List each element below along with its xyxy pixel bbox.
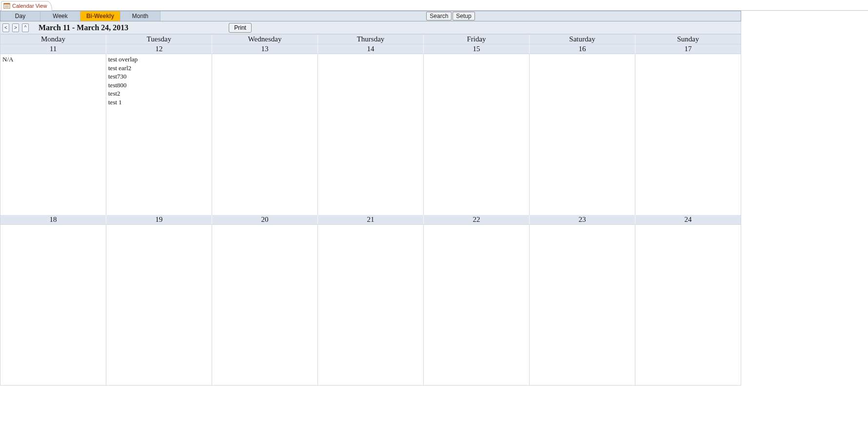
document-tab-label: Calendar View bbox=[12, 3, 47, 9]
date-range-title: March 11 - March 24, 2013 bbox=[39, 23, 128, 32]
day-cell[interactable]: test overlaptest earl2test730test800test… bbox=[106, 54, 212, 215]
calendar-event[interactable]: N/A bbox=[2, 55, 104, 64]
day-cell[interactable] bbox=[212, 225, 318, 385]
document-tab-calendar-view[interactable]: Calendar View bbox=[1, 1, 52, 11]
date-cell: 15 bbox=[424, 44, 530, 54]
print-button[interactable]: Print bbox=[229, 23, 252, 33]
title-row: < > ^ March 11 - March 24, 2013 Print bbox=[0, 21, 741, 34]
day-header-thursday: Thursday bbox=[318, 35, 424, 44]
date-cell: 22 bbox=[424, 215, 530, 225]
date-cell: 17 bbox=[635, 44, 741, 54]
date-cell: 20 bbox=[212, 215, 318, 225]
day-cell[interactable] bbox=[106, 225, 212, 385]
date-cell: 19 bbox=[106, 215, 212, 225]
day-cell[interactable] bbox=[318, 225, 424, 385]
view-tabs: DayWeekBi-WeeklyMonth Search Setup bbox=[0, 11, 741, 21]
day-cell[interactable] bbox=[530, 225, 635, 385]
date-cell: 18 bbox=[0, 215, 106, 225]
day-cell[interactable] bbox=[530, 54, 635, 215]
day-header-friday: Friday bbox=[424, 35, 530, 44]
setup-button[interactable]: Setup bbox=[453, 12, 474, 20]
calendar-event[interactable]: test earl2 bbox=[108, 64, 210, 73]
calendar-main: DayWeekBi-WeeklyMonth Search Setup < > ^… bbox=[0, 11, 741, 386]
day-cell[interactable]: N/A bbox=[0, 54, 106, 215]
day-cell[interactable] bbox=[424, 54, 530, 215]
up-button[interactable]: ^ bbox=[22, 23, 29, 32]
week-body: N/Atest overlaptest earl2test730test800t… bbox=[0, 54, 741, 215]
date-cell: 21 bbox=[318, 215, 424, 225]
view-tab-month[interactable]: Month bbox=[120, 11, 160, 21]
view-tab-bi-weekly[interactable]: Bi-Weekly bbox=[80, 11, 120, 21]
prev-button[interactable]: < bbox=[2, 23, 9, 32]
date-cell: 24 bbox=[635, 215, 741, 225]
search-button[interactable]: Search bbox=[426, 12, 452, 20]
date-cell: 11 bbox=[0, 44, 106, 54]
calendar-event[interactable]: test730 bbox=[108, 72, 210, 81]
day-header-row: MondayTuesdayWednesdayThursdayFridaySatu… bbox=[0, 34, 741, 44]
view-tab-day[interactable]: Day bbox=[0, 11, 40, 21]
day-cell[interactable] bbox=[318, 54, 424, 215]
calendar-event[interactable]: test800 bbox=[108, 81, 210, 90]
day-cell[interactable] bbox=[424, 225, 530, 385]
calendar-event[interactable]: test 1 bbox=[108, 98, 210, 107]
date-row: 11121314151617 bbox=[0, 44, 741, 54]
day-cell[interactable] bbox=[635, 54, 741, 215]
date-row: 18192021222324 bbox=[0, 215, 741, 225]
toolbar-area: Search Setup bbox=[160, 11, 741, 21]
date-cell: 14 bbox=[318, 44, 424, 54]
day-header-tuesday: Tuesday bbox=[106, 35, 212, 44]
view-tab-week[interactable]: Week bbox=[40, 11, 80, 21]
date-cell: 23 bbox=[530, 215, 635, 225]
next-button[interactable]: > bbox=[12, 23, 19, 32]
day-cell[interactable] bbox=[212, 54, 318, 215]
calendar-event[interactable]: test2 bbox=[108, 89, 210, 98]
weeks-container: 11121314151617N/Atest overlaptest earl2t… bbox=[0, 44, 741, 386]
document-tab-strip: Calendar View bbox=[0, 0, 868, 11]
svg-rect-1 bbox=[4, 3, 10, 5]
date-cell: 13 bbox=[212, 44, 318, 54]
form-icon bbox=[3, 2, 10, 9]
calendar-event[interactable]: test overlap bbox=[108, 55, 210, 64]
day-cell[interactable] bbox=[0, 225, 106, 385]
date-cell: 16 bbox=[530, 44, 635, 54]
day-header-saturday: Saturday bbox=[530, 35, 635, 44]
week-body bbox=[0, 225, 741, 386]
day-cell[interactable] bbox=[635, 225, 741, 385]
day-header-monday: Monday bbox=[0, 35, 106, 44]
day-header-wednesday: Wednesday bbox=[212, 35, 318, 44]
date-cell: 12 bbox=[106, 44, 212, 54]
day-header-sunday: Sunday bbox=[635, 35, 741, 44]
